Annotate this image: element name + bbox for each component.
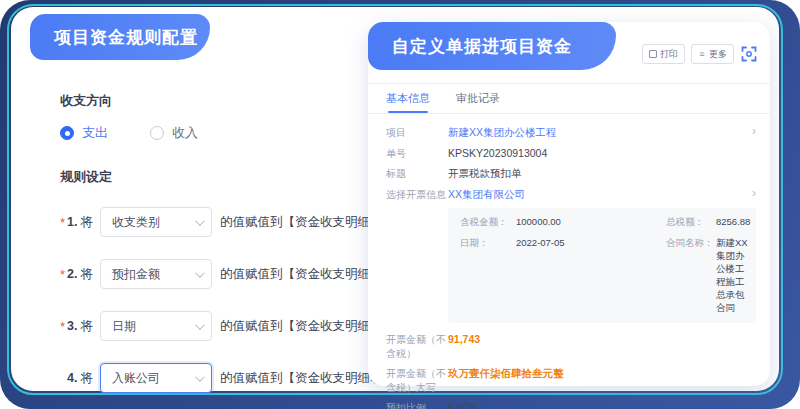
right-panel-title: 自定义单据进项目资金 (368, 22, 616, 70)
rule-word-set: 将 (81, 318, 94, 335)
field-withhold-ratio: 预扣比例 6.00% (386, 397, 756, 409)
fullscreen-icon[interactable] (740, 45, 758, 63)
chevron-right-icon[interactable]: › (744, 125, 756, 137)
rule-number: 2. (67, 267, 77, 281)
contract-date-label: 日期： (460, 237, 516, 250)
required-marker: * (60, 267, 65, 282)
rule-4-field-select[interactable]: 入账公司 (100, 363, 212, 393)
tab-approval-record[interactable]: 审批记录 (456, 84, 500, 113)
rule-row-3: * 3. 将 日期 的值赋值到【资金收支明细表-收支日期】中 (60, 300, 352, 352)
rule-row-2: * 2. 将 预扣金额 的值赋值到【资金收支明细表-金额】中 (60, 248, 352, 300)
field-invoice-amount: 开票金额（不含税） 91,743 (386, 329, 756, 363)
rule-word-set: 将 (81, 370, 94, 387)
document-detail-panel: 自定义单据进项目资金 打印 ≡ 更多 (368, 22, 770, 386)
field-title: 标题 开票税款预扣单 (386, 163, 756, 184)
more-icon: ≡ (698, 50, 706, 58)
field-label: 选择开票信息 (386, 187, 448, 202)
field-invoice-info: 选择开票信息 XX集团有限公司 › (386, 184, 756, 205)
contract-name-value: 新建XX集团办公楼工程施工总承包合同 (716, 237, 750, 315)
chevron-down-icon (195, 268, 205, 278)
left-panel-title-text: 项目资金规则配置 (54, 26, 198, 49)
field-label: 标题 (386, 166, 448, 181)
withhold-ratio-value: 6.00% (448, 400, 756, 409)
rule-2-field-select[interactable]: 预扣金额 (100, 259, 212, 289)
rule-1-field-value: 收支类别 (112, 214, 160, 231)
required-marker: * (60, 319, 65, 334)
field-doc-no: 单号 KPSKY20230913004 (386, 143, 756, 164)
rule-number: 3. (67, 319, 77, 333)
title-value: 开票税款预扣单 (448, 166, 756, 180)
printer-icon (649, 50, 657, 58)
doc-no-value: KPSKY20230913004 (448, 146, 756, 160)
rule-2-field-value: 预扣金额 (112, 266, 160, 283)
marketing-frame: 项目资金规则配置 收支方向 支出 收入 规则设定 * (0, 0, 800, 409)
radio-expense-label: 支出 (82, 124, 108, 142)
rule-row-1: * 1. 将 收支类别 的值赋值到【资金收支明细表-收支类别】中 (60, 196, 352, 248)
left-panel-title: 项目资金规则配置 (30, 14, 210, 60)
print-button-label: 打印 (660, 48, 678, 61)
rule-4-field-value: 入账公司 (112, 370, 160, 387)
direction-radio-group: 支出 收入 (60, 124, 352, 142)
right-panel-title-text: 自定义单据进项目资金 (392, 35, 572, 58)
field-project: 项目 新建XX集团办公楼工程 › (386, 122, 756, 143)
detail-toolbar: 打印 ≡ 更多 (642, 44, 758, 64)
field-label: 预扣比例 (386, 400, 448, 409)
project-link[interactable]: 新建XX集团办公楼工程 (448, 125, 744, 139)
detail-tabs: 基本信息 审批记录 (368, 84, 770, 114)
field-label: 开票金额（不含税）大写 (386, 366, 448, 394)
more-button[interactable]: ≡ 更多 (691, 44, 734, 64)
total-tax-label: 总税额： (666, 216, 716, 229)
tab-basic-info[interactable]: 基本信息 (386, 84, 430, 113)
rules-section-label: 规则设定 (60, 168, 352, 186)
rule-3-field-select[interactable]: 日期 (100, 311, 212, 341)
radio-unselected-icon (150, 126, 164, 140)
chevron-down-icon (195, 320, 205, 330)
contract-name-label: 合同名称： (666, 237, 716, 250)
chevron-down-icon (195, 372, 205, 382)
chevron-down-icon (195, 216, 205, 226)
chevron-right-icon[interactable]: › (744, 187, 756, 199)
rule-row-4: * 4. 将 入账公司 的值赋值到【资金收支明细表-往来单位】中 (60, 352, 352, 404)
rule-1-field-select[interactable]: 收支类别 (100, 207, 212, 237)
field-invoice-amount-caps: 开票金额（不含税）大写 玖万壹仟柒佰肆拾叁元整 (386, 363, 756, 397)
rule-number: 1. (67, 215, 77, 229)
contract-summary-box: 含税金额： 100000.00 总税额： 8256.88 日期： 2022-07… (448, 208, 756, 323)
direction-section-label: 收支方向 (60, 92, 352, 110)
contract-date-value: 2022-07-05 (516, 237, 666, 248)
total-tax-value: 8256.88 (716, 216, 750, 227)
rule-number: 4. (67, 371, 77, 385)
rule-config-panel: 项目资金规则配置 收支方向 支出 收入 规则设定 * (30, 14, 370, 391)
contract-amount-label: 含税金额： (460, 216, 516, 229)
more-button-label: 更多 (709, 48, 727, 61)
required-marker: * (60, 215, 65, 230)
rule-word-set: 将 (81, 266, 94, 283)
field-label: 项目 (386, 125, 448, 140)
print-button[interactable]: 打印 (642, 44, 685, 64)
rule-3-field-value: 日期 (112, 318, 136, 335)
invoice-company-link[interactable]: XX集团有限公司 (448, 187, 744, 201)
invoice-amount-caps-value: 玖万壹仟柒佰肆拾叁元整 (448, 366, 756, 380)
page-canvas: 项目资金规则配置 收支方向 支出 收入 规则设定 * (11, 7, 779, 391)
rule-word-set: 将 (81, 214, 94, 231)
field-label: 开票金额（不含税） (386, 332, 448, 360)
tab-approval-record-label: 审批记录 (456, 91, 500, 106)
field-label: 单号 (386, 146, 448, 161)
radio-expense[interactable]: 支出 (60, 124, 108, 142)
tab-basic-info-label: 基本信息 (386, 91, 430, 106)
radio-selected-icon (60, 126, 74, 140)
radio-income-label: 收入 (172, 124, 198, 142)
radio-income[interactable]: 收入 (150, 124, 198, 142)
contract-amount-value: 100000.00 (516, 216, 666, 227)
invoice-amount-value: 91,743 (448, 332, 756, 346)
